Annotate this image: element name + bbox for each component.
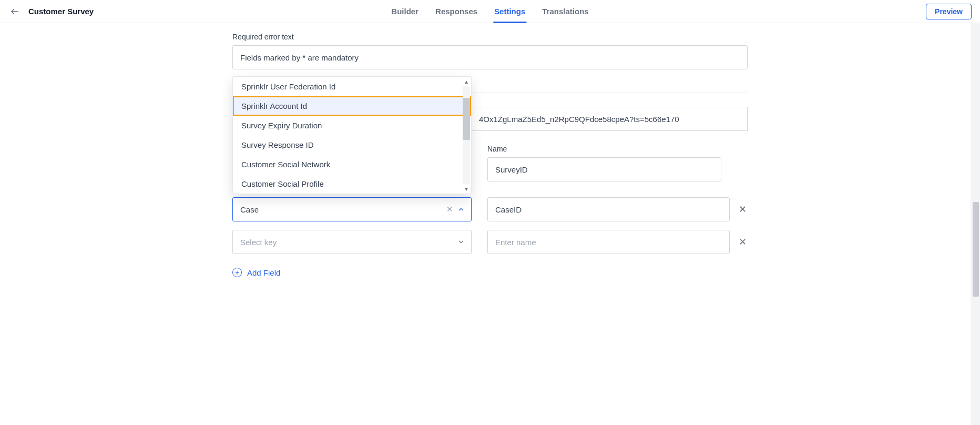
field-row-3: Select key ✕ — [232, 230, 748, 254]
tab-settings[interactable]: Settings — [494, 0, 525, 23]
back-arrow-icon[interactable] — [8, 5, 21, 18]
tab-responses[interactable]: Responses — [435, 0, 477, 23]
dropdown-option[interactable]: Customer Social Profile — [233, 174, 471, 194]
name-column-header: Name — [487, 145, 721, 153]
dropdown-option[interactable]: Sprinklr User Federation Id — [233, 77, 471, 96]
settings-page: Required error text Survey Link Settings… — [232, 23, 748, 319]
name-input-3[interactable] — [487, 230, 730, 254]
page-scrollbar-thumb[interactable] — [973, 202, 979, 297]
tab-builder[interactable]: Builder — [391, 0, 418, 23]
plus-circle-icon: + — [232, 268, 242, 277]
key-select-placeholder: Select key — [240, 238, 277, 247]
add-field-label: Add Field — [247, 268, 280, 277]
key-dropdown: ▲ ▼ Sprinklr User Federation Id Sprinklr… — [232, 76, 472, 194]
dropdown-option[interactable]: Survey Response ID — [233, 135, 471, 155]
tabs: Builder Responses Settings Translations — [391, 0, 588, 23]
dropdown-scroll[interactable]: Sprinklr User Federation Id Sprinklr Acc… — [233, 77, 471, 194]
delete-row-icon[interactable]: ✕ — [737, 236, 748, 248]
scrollbar-thumb[interactable] — [463, 98, 470, 140]
tab-translations[interactable]: Translations — [542, 0, 588, 23]
key-select-value: Case — [240, 205, 259, 214]
clear-icon[interactable]: ✕ — [446, 205, 453, 214]
dropdown-option[interactable]: Customer Social Network — [233, 155, 471, 174]
chevron-down-icon[interactable] — [457, 238, 465, 246]
add-field-button[interactable]: + Add Field — [232, 268, 280, 277]
scroll-up-icon[interactable]: ▲ — [463, 78, 470, 85]
required-error-input[interactable] — [232, 45, 748, 69]
page-scrollbar[interactable] — [971, 23, 980, 425]
name-input-1[interactable] — [487, 157, 721, 181]
dropdown-option[interactable]: Survey Expiry Duration — [233, 116, 471, 135]
scroll-down-icon[interactable]: ▼ — [463, 185, 470, 193]
survey-link-value[interactable]: 4Ox1ZgLmaZ5Ed5_n2RpC9QFdce58cpeA?ts=5c66… — [472, 107, 748, 131]
key-select-active[interactable]: Case ✕ — [232, 197, 472, 221]
preview-button[interactable]: Preview — [926, 4, 972, 19]
top-bar: Customer Survey Builder Responses Settin… — [0, 0, 980, 23]
dropdown-option-highlighted[interactable]: Sprinklr Account Id — [233, 96, 471, 116]
delete-row-icon[interactable]: ✕ — [737, 204, 748, 215]
content-scroll[interactable]: Required error text Survey Link Settings… — [0, 23, 980, 425]
chevron-up-icon[interactable] — [457, 206, 465, 213]
key-select[interactable]: Select key — [232, 230, 472, 254]
name-input-2[interactable] — [487, 197, 730, 221]
required-error-label: Required error text — [232, 33, 748, 41]
page-title: Customer Survey — [28, 7, 94, 16]
field-row-2: ▲ ▼ Sprinklr User Federation Id Sprinklr… — [232, 197, 748, 221]
